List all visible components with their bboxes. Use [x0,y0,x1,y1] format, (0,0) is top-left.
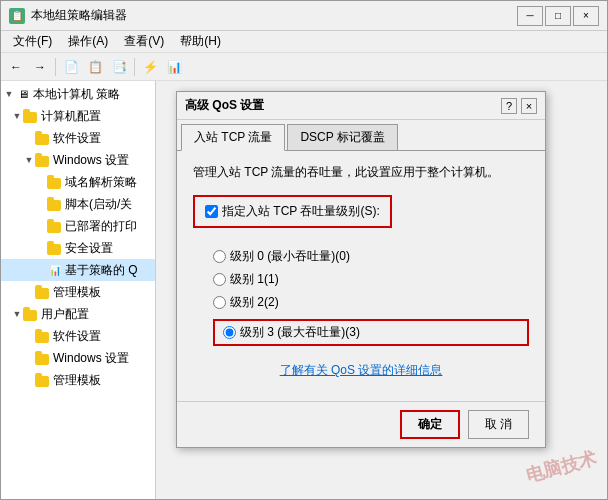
close-button[interactable]: × [573,6,599,26]
tab-dscp[interactable]: DSCP 标记覆盖 [287,124,397,150]
menu-help[interactable]: 帮助(H) [172,31,229,52]
app-title: 本地组策略编辑器 [31,7,127,24]
radio-option-level2: 级别 2(2) [213,294,529,311]
software-settings-label: 软件设置 [53,130,155,147]
radio-level0[interactable] [213,250,226,263]
tree-computer-config[interactable]: ▼ 计算机配置 [1,105,155,127]
dialog-overlay: 高级 QoS 设置 ? × 入站 TCP 流量 DSCP 标记覆盖 管理入站 T… [156,81,607,499]
dns-policy-label: 域名解析策略 [65,174,155,191]
dialog-footer: 确定 取 消 [177,401,545,447]
tree-user-config[interactable]: ▼ 用户配置 [1,303,155,325]
user-config-label: 用户配置 [41,306,155,323]
tree-root[interactable]: ▼ 🖥 本地计算机 策略 [1,83,155,105]
tree-qos-policy[interactable]: 📊 基于策略的 Q [1,259,155,281]
windows-settings-toggle[interactable]: ▼ [23,154,35,166]
tree-windows-settings[interactable]: ▼ Windows 设置 [1,149,155,171]
computer-config-toggle[interactable]: ▼ [11,110,23,122]
user-admin-label: 管理模板 [53,372,155,389]
tab-inbound-tcp[interactable]: 入站 TCP 流量 [181,124,285,151]
toolbar-btn-4[interactable]: ⚡ [139,56,161,78]
ok-button[interactable]: 确定 [400,410,460,439]
root-label: 本地计算机 策略 [33,86,155,103]
qos-info-link[interactable]: 了解有关 QoS 设置的详细信息 [193,362,529,379]
security-label: 安全设置 [65,240,155,257]
menu-file[interactable]: 文件(F) [5,31,60,52]
toolbar: ← → 📄 📋 📑 ⚡ 📊 [1,53,607,81]
toolbar-btn-2[interactable]: 📋 [84,56,106,78]
back-button[interactable]: ← [5,56,27,78]
windows-settings-icon [35,153,51,167]
maximize-button[interactable]: □ [545,6,571,26]
radio-level1-label: 级别 1(1) [230,271,279,288]
security-icon [47,241,63,255]
dialog-title-bar: 高级 QoS 设置 ? × [177,92,545,120]
user-software-label: 软件设置 [53,328,155,345]
checkbox-label: 指定入站 TCP 吞吐量级别(S): [222,203,380,220]
radio-group: 级别 0 (最小吞吐量)(0) 级别 1(1) 级别 2(2) [213,248,529,346]
window-controls: ─ □ × [517,6,599,26]
dialog-controls: ? × [501,98,537,114]
toolbar-btn-1[interactable]: 📄 [60,56,82,78]
tree-deployed-printers[interactable]: 已部署的打印 [1,215,155,237]
qos-icon: 📊 [47,263,63,277]
tree-user-windows[interactable]: Windows 设置 [1,347,155,369]
user-config-icon [23,307,39,321]
dns-policy-icon [47,175,63,189]
cancel-button[interactable]: 取 消 [468,410,529,439]
radio-level1[interactable] [213,273,226,286]
main-pane: 高级 QoS 设置 ? × 入站 TCP 流量 DSCP 标记覆盖 管理入站 T… [156,81,607,499]
radio-level3[interactable] [223,326,236,339]
user-config-toggle[interactable]: ▼ [11,308,23,320]
radio-option-level3-highlighted: 级别 3 (最大吞吐量)(3) [213,319,529,346]
tree-user-admin[interactable]: 管理模板 [1,369,155,391]
dialog-help-button[interactable]: ? [501,98,517,114]
deployed-label: 已部署的打印 [65,218,155,235]
main-window: 📋 本地组策略编辑器 ─ □ × 文件(F) 操作(A) 查看(V) 帮助(H)… [0,0,608,500]
sidebar: ▼ 🖥 本地计算机 策略 ▼ 计算机配置 ▶ [1,81,156,499]
user-windows-icon [35,351,51,365]
admin-templates-icon [35,285,51,299]
user-windows-label: Windows 设置 [53,350,155,367]
scripts-label: 脚本(启动/关 [65,196,155,213]
toolbar-btn-5[interactable]: 📊 [163,56,185,78]
content-area: ▼ 🖥 本地计算机 策略 ▼ 计算机配置 ▶ [1,81,607,499]
forward-button[interactable]: → [29,56,51,78]
advanced-qos-dialog: 高级 QoS 设置 ? × 入站 TCP 流量 DSCP 标记覆盖 管理入站 T… [176,91,546,448]
checkbox-group: 指定入站 TCP 吞吐量级别(S): [193,195,392,228]
toolbar-btn-3[interactable]: 📑 [108,56,130,78]
specify-tcp-checkbox[interactable] [205,205,218,218]
scripts-icon [47,197,63,211]
dialog-tabs: 入站 TCP 流量 DSCP 标记覆盖 [177,120,545,151]
computer-icon: 🖥 [15,87,31,101]
user-admin-icon [35,373,51,387]
root-toggle[interactable]: ▼ [3,88,15,100]
user-software-icon [35,329,51,343]
toolbar-separator-2 [134,58,135,76]
radio-option-level0: 级别 0 (最小吞吐量)(0) [213,248,529,265]
windows-settings-label: Windows 设置 [53,152,155,169]
tree-admin-templates[interactable]: 管理模板 [1,281,155,303]
software-settings-icon [35,131,51,145]
radio-level0-label: 级别 0 (最小吞吐量)(0) [230,248,350,265]
menu-view[interactable]: 查看(V) [116,31,172,52]
radio-level2[interactable] [213,296,226,309]
radio-option-level1: 级别 1(1) [213,271,529,288]
minimize-button[interactable]: ─ [517,6,543,26]
tree-software-settings[interactable]: ▶ 软件设置 [1,127,155,149]
menu-action[interactable]: 操作(A) [60,31,116,52]
computer-config-icon [23,109,39,123]
admin-templates-label: 管理模板 [53,284,155,301]
tree-dns-policy[interactable]: 域名解析策略 [1,171,155,193]
app-icon: 📋 [9,8,25,24]
tree-user-software[interactable]: 软件设置 [1,325,155,347]
tree-security[interactable]: 安全设置 [1,237,155,259]
dialog-description: 管理入站 TCP 流量的吞吐量，此设置应用于整个计算机。 [193,163,529,181]
menu-bar: 文件(F) 操作(A) 查看(V) 帮助(H) [1,31,607,53]
dialog-close-button[interactable]: × [521,98,537,114]
deployed-icon [47,219,63,233]
computer-config-label: 计算机配置 [41,108,155,125]
dialog-title: 高级 QoS 设置 [185,97,264,114]
tree-scripts[interactable]: 脚本(启动/关 [1,193,155,215]
qos-policy-label: 基于策略的 Q [65,262,155,279]
title-bar: 📋 本地组策略编辑器 ─ □ × [1,1,607,31]
